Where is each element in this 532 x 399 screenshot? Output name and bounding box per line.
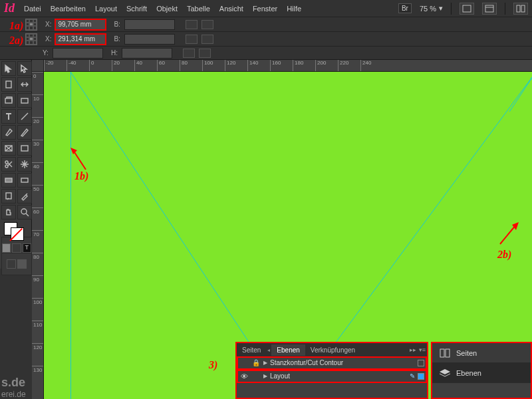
ruler-tick: 90	[32, 275, 43, 298]
ruler-tick: 80	[32, 253, 43, 275]
menu-table[interactable]: Tabelle	[187, 5, 210, 13]
visibility-toggle[interactable]	[239, 358, 249, 368]
type-tool[interactable]	[1, 109, 16, 124]
scissors-tool[interactable]	[1, 157, 16, 172]
svg-rect-23	[440, 349, 444, 357]
zoom-tool[interactable]	[17, 205, 32, 219]
gradient-feather-tool[interactable]	[17, 173, 32, 188]
layer-color-swatch[interactable]	[418, 360, 424, 366]
tab-links[interactable]: Verknüpfungen	[305, 344, 360, 356]
apply-none[interactable]: T	[23, 243, 31, 253]
constrain-icon[interactable]	[183, 49, 195, 58]
horizontal-ruler[interactable]: -20 -40 0 20 40 60 80 100 120 140 160 18…	[44, 60, 532, 72]
layers-panel: Seiten ◂ Ebenen Verknüpfungen ▸▸ ▾≡ 🔒 ▶ …	[235, 342, 428, 399]
reference-point-grid[interactable]	[25, 19, 37, 31]
menu-type[interactable]: Schrift	[126, 5, 147, 13]
tab-pages[interactable]: Seiten	[237, 344, 266, 356]
fill-stroke-swatch[interactable]	[1, 221, 32, 241]
layer-row-cutcontour[interactable]: 🔒 ▶ Stanzkontur/Cut Contour	[237, 356, 427, 370]
page-tool[interactable]	[1, 77, 16, 92]
width-input[interactable]	[124, 19, 175, 30]
menu-layout[interactable]: Layout	[95, 5, 117, 13]
lock-icon[interactable]: 🔒	[251, 358, 261, 368]
ruler-origin[interactable]	[32, 60, 44, 72]
ruler-tick: 110	[32, 321, 43, 343]
width-label: B:	[114, 21, 120, 28]
zoom-value: 75 %	[420, 5, 436, 13]
note-tool[interactable]	[1, 189, 16, 203]
constrain-icon[interactable]	[186, 20, 198, 29]
watermark: erei.de	[1, 390, 26, 399]
svg-rect-7	[21, 98, 28, 103]
svg-line-18	[509, 72, 532, 112]
x-position-input[interactable]	[55, 19, 106, 30]
separator	[451, 3, 452, 15]
visibility-toggle[interactable]: 👁	[239, 372, 249, 381]
gradient-tool[interactable]	[1, 173, 16, 188]
toolbox: T	[0, 60, 32, 269]
menu-help[interactable]: Hilfe	[287, 5, 301, 13]
stroke-color[interactable]	[11, 227, 24, 241]
tab-layers[interactable]: Ebenen	[271, 344, 305, 356]
dock-item-pages[interactable]: Seiten	[432, 343, 531, 363]
height-input[interactable]	[122, 48, 172, 59]
layer-row-layout[interactable]: 👁 ▶ Layout ✎	[237, 370, 427, 383]
width-input-2[interactable]	[124, 34, 175, 45]
ruler-tick: 130	[32, 366, 43, 388]
direct-selection-tool[interactable]	[17, 61, 32, 76]
ruler-tick: 180	[293, 60, 315, 72]
transform-icon[interactable]	[199, 49, 211, 58]
transform-icon[interactable]	[201, 35, 213, 44]
pen-tool[interactable]	[1, 125, 16, 140]
menu-window[interactable]: Fenster	[253, 5, 277, 13]
bridge-button[interactable]: Br	[398, 3, 412, 13]
zoom-dropdown[interactable]: 75 % ▾	[420, 4, 443, 13]
ruler-tick: 50	[32, 185, 43, 207]
y-position-input[interactable]	[53, 48, 103, 59]
panel-menu-icon[interactable]: ▾≡	[418, 346, 427, 353]
transform-tool[interactable]	[17, 157, 32, 172]
ruler-tick: 200	[315, 60, 338, 72]
lock-toggle[interactable]	[251, 372, 261, 381]
ruler-tick: -20	[44, 60, 66, 72]
line-tool[interactable]	[17, 109, 32, 124]
content-placer-tool[interactable]	[17, 93, 32, 108]
screen-mode-icon[interactable]	[482, 3, 497, 15]
svg-point-15	[21, 209, 27, 214]
disclosure-triangle-icon[interactable]: ▶	[263, 360, 267, 366]
ruler-tick: 100	[202, 60, 225, 72]
eyedropper-tool[interactable]	[17, 189, 32, 203]
normal-view[interactable]	[7, 259, 16, 269]
rectangle-tool[interactable]	[17, 141, 32, 156]
dock-item-layers[interactable]: Ebenen	[432, 363, 531, 383]
collapse-icon[interactable]: ▸▸	[408, 346, 418, 353]
content-collector-tool[interactable]	[1, 93, 16, 108]
chevron-icon: ◂	[266, 347, 271, 353]
layer-color-swatch[interactable]	[418, 373, 424, 380]
apply-gradient[interactable]	[12, 243, 21, 253]
apply-color[interactable]	[2, 243, 11, 253]
menu-view[interactable]: Ansicht	[219, 5, 243, 13]
ruler-tick: 70	[32, 230, 43, 253]
rectangle-frame-tool[interactable]	[1, 141, 16, 156]
x-position-input-2[interactable]	[55, 34, 106, 45]
view-options-icon[interactable]	[460, 3, 474, 15]
transform-icon[interactable]	[201, 20, 213, 29]
preview-view[interactable]	[17, 259, 27, 269]
hand-tool[interactable]	[1, 205, 16, 219]
menu-object[interactable]: Objekt	[156, 5, 178, 13]
arrange-icon[interactable]	[513, 3, 528, 15]
menu-edit[interactable]: Bearbeiten	[51, 5, 86, 13]
ruler-tick: 0	[32, 72, 43, 94]
menu-bar: Id Datei Bearbeiten Layout Schrift Objek…	[0, 0, 532, 17]
menu-file[interactable]: Datei	[24, 5, 41, 13]
vertical-ruler[interactable]: 0 10 20 30 40 50 60 70 80 90 100 110 120…	[32, 72, 44, 399]
app-logo: Id	[4, 1, 15, 15]
selection-tool[interactable]	[1, 61, 16, 76]
constrain-icon[interactable]	[186, 35, 198, 44]
disclosure-triangle-icon[interactable]: ▶	[263, 373, 267, 379]
pencil-tool[interactable]	[17, 125, 32, 140]
ruler-tick: 40	[134, 60, 157, 72]
reference-point-grid[interactable]	[25, 33, 37, 45]
gap-tool[interactable]	[17, 77, 32, 92]
